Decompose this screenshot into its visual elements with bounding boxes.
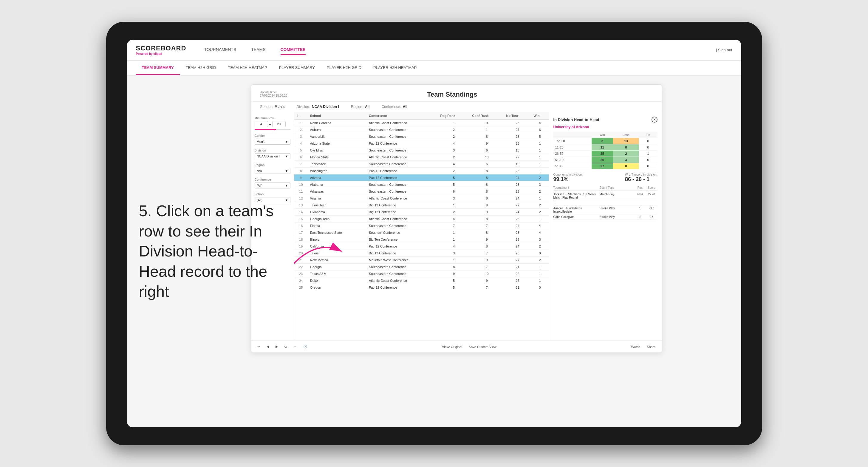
cell-reg-rank: 1 [438, 229, 470, 236]
cell-reg-rank: 1 [438, 202, 470, 209]
cell-conference: Big 12 Conference [367, 209, 438, 216]
table-row[interactable]: 12 Virginia Atlantic Coast Conference 3 … [294, 195, 549, 202]
h2h-col-range [553, 132, 592, 138]
cell-conference: Atlantic Coast Conference [367, 154, 438, 161]
gender-select[interactable]: Men's ▼ [255, 139, 290, 145]
table-row[interactable]: 14 Oklahoma Big 12 Conference 2 9 24 2 [294, 209, 549, 216]
cell-win: 3 [531, 236, 549, 243]
table-row[interactable]: 5 Ole Miss Southeastern Conference 3 6 1… [294, 147, 549, 154]
save-custom-button[interactable]: Save Custom View [467, 344, 498, 349]
table-row[interactable]: 15 Georgia Tech Atlantic Coast Conferenc… [294, 216, 549, 222]
table-row[interactable]: 2 Auburn Southeastern Conference 2 1 27 … [294, 126, 549, 133]
cell-no-tour: 18 [504, 161, 531, 167]
table-row[interactable]: 9 Arizona Pac-12 Conference 5 8 24 2 [294, 175, 549, 181]
cell-rank: 6 [294, 154, 308, 161]
cell-no-tour: 24 [504, 209, 531, 216]
cell-rank: 9 [294, 175, 308, 181]
nav-tournaments[interactable]: TOURNAMENTS [204, 45, 236, 55]
sub-navigation: TEAM SUMMARY TEAM H2H GRID TEAM H2H HEAT… [127, 61, 741, 75]
cell-no-tour: 21 [504, 263, 531, 271]
logo-area: SCOREBOARD Powered by clippd [136, 44, 186, 56]
share-button[interactable]: Share [645, 344, 657, 349]
tournament-row-1: Jackson T. Stephens Cup Men's Match-Play… [553, 192, 657, 200]
min-rounds-max[interactable]: 20 [272, 121, 286, 127]
subnav-player-h2h-grid[interactable]: PLAYER H2H GRID [321, 61, 367, 75]
tournament-row-spacer: 1 [553, 200, 657, 206]
cell-reg-rank: 5 [438, 277, 470, 284]
table-row[interactable]: 24 Duke Atlantic Coast Conference 5 9 27… [294, 277, 549, 284]
table-row[interactable]: 19 California Pac-12 Conference 4 8 24 2 [294, 243, 549, 250]
subnav-player-summary[interactable]: PLAYER SUMMARY [273, 61, 321, 75]
school-select[interactable]: (All) ▼ [255, 197, 290, 203]
update-time-area: Update time: 27/03/2024 15:56:26 [260, 91, 287, 97]
cell-win: 1 [531, 140, 549, 147]
add-button[interactable]: ＋ [291, 344, 299, 349]
h2h-loss: 0 [613, 163, 639, 169]
table-row[interactable]: 6 Florida State Atlantic Coast Conferenc… [294, 154, 549, 161]
division-group: Division NCAA Division I ▼ [255, 149, 290, 159]
watch-button[interactable]: Watch [629, 344, 642, 349]
table-row[interactable]: 1 North Carolina Atlantic Coast Conferen… [294, 120, 549, 126]
table-row[interactable]: 18 Illinois Big Ten Conference 1 9 23 3 [294, 236, 549, 243]
logo-title: SCOREBOARD [136, 44, 186, 52]
cell-conf-rank: 9 [470, 209, 504, 216]
cell-conference: Atlantic Coast Conference [367, 277, 438, 284]
view-original-button[interactable]: View: Original [440, 344, 464, 349]
cell-school: California [308, 243, 367, 250]
cell-win: 1 [531, 154, 549, 161]
table-row[interactable]: 17 East Tennessee State Southern Confere… [294, 229, 549, 236]
cell-conference: Pac-12 Conference [367, 175, 438, 181]
step-back-button[interactable]: ◀ [265, 344, 271, 349]
subnav-team-h2h-grid[interactable]: TEAM H2H GRID [180, 61, 222, 75]
cell-no-tour: 18 [504, 147, 531, 154]
h2h-win: 27 [592, 163, 613, 169]
cell-rank: 12 [294, 195, 308, 202]
cell-conference: Atlantic Coast Conference [367, 216, 438, 222]
conference-select[interactable]: (All) ▼ [255, 183, 290, 188]
copy-button[interactable]: ⧉ [283, 344, 289, 349]
main-content: 5. Click on a team's row to see their In… [127, 75, 741, 427]
table-row[interactable]: 7 Tennessee Southeastern Conference 4 6 … [294, 161, 549, 167]
h2h-range: 26-50 [553, 151, 592, 157]
min-rounds-slider[interactable] [255, 129, 290, 130]
cell-school: Arizona State [308, 140, 367, 147]
cell-no-tour: 24 [504, 175, 531, 181]
subnav-team-h2h-heatmap[interactable]: TEAM H2H HEATMAP [222, 61, 273, 75]
min-rounds-min[interactable]: 4 [255, 121, 268, 127]
table-row[interactable]: 3 Vanderbilt Southeastern Conference 2 8… [294, 133, 549, 140]
table-row[interactable]: 16 Florida Southeastern Conference 7 7 2… [294, 222, 549, 229]
col-conf-rank: Conf Rank [470, 112, 504, 120]
table-row[interactable]: 23 Texas A&M Southeastern Conference 9 1… [294, 271, 549, 277]
cell-no-tour: 26 [504, 140, 531, 147]
table-row[interactable]: 21 New Mexico Mountain West Conference 1… [294, 257, 549, 263]
cell-school: Illinois [308, 236, 367, 243]
table-row[interactable]: 25 Oregon Pac-12 Conference 5 7 21 0 [294, 284, 549, 291]
nav-committee[interactable]: COMMITTEE [281, 45, 306, 55]
cell-win: 1 [531, 216, 549, 222]
table-row[interactable]: 13 Texas Tech Big 12 Conference 1 9 27 2 [294, 202, 549, 209]
table-row[interactable]: 22 Georgia Southeastern Conference 8 7 2… [294, 263, 549, 271]
subnav-player-h2h-heatmap[interactable]: PLAYER H2H HEATMAP [367, 61, 423, 75]
nav-teams[interactable]: TEAMS [251, 45, 266, 55]
division-select[interactable]: NCAA Division I ▼ [255, 153, 290, 159]
cell-rank: 7 [294, 161, 308, 167]
cell-school: East Tennessee State [308, 229, 367, 236]
h2h-tie: 1 [639, 151, 657, 157]
table-row[interactable]: 8 Washington Pac-12 Conference 2 8 23 1 [294, 167, 549, 175]
sign-out-button[interactable]: | Sign out [716, 48, 732, 52]
table-row[interactable]: 4 Arizona State Pac-12 Conference 4 9 26… [294, 140, 549, 147]
cell-conference: Pac-12 Conference [367, 167, 438, 175]
table-row[interactable]: 10 Alabama Southeastern Conference 5 8 2… [294, 181, 549, 188]
undo-button[interactable]: ↩ [255, 344, 262, 349]
table-row[interactable]: 20 Texas Big 12 Conference 3 7 20 0 [294, 250, 549, 257]
cell-reg-rank: 6 [438, 188, 470, 195]
table-row[interactable]: 11 Arkansas Southeastern Conference 6 8 … [294, 188, 549, 195]
cell-win: 1 [531, 277, 549, 284]
cell-school: Tennessee [308, 161, 367, 167]
h2h-win: 25 [592, 151, 613, 157]
h2h-close-button[interactable]: ✕ [652, 117, 657, 123]
h2h-stats-area: Opponents in division: 99.1% W-L-T recor… [553, 173, 657, 183]
subnav-team-summary[interactable]: TEAM SUMMARY [136, 61, 180, 75]
region-select[interactable]: N/A ▼ [255, 168, 290, 174]
step-forward-button[interactable]: ▶ [274, 344, 280, 349]
